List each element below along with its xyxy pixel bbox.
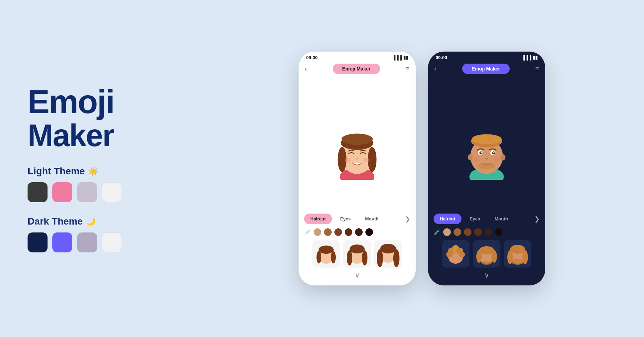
svg-point-33 — [481, 152, 482, 153]
tab-haircut-dark[interactable]: Haircut — [434, 214, 461, 224]
status-bar-dark: 09:00 ▐▐▐ ▮▮ — [428, 52, 545, 62]
svg-point-50 — [510, 245, 525, 254]
signal-icon-dark: ▐▐▐ — [522, 55, 531, 60]
tab-mouth-dark[interactable]: Mouth — [488, 214, 514, 224]
svg-point-34 — [493, 152, 495, 153]
light-theme-section: Light Theme ☀️ — [28, 166, 172, 202]
svg-point-9 — [363, 158, 370, 162]
chevron-down-light[interactable]: ∨ — [355, 271, 360, 279]
chevron-down-row-light: ∨ — [303, 271, 412, 281]
tab-eyes-light[interactable]: Eyes — [334, 214, 357, 224]
menu-button-dark[interactable]: ≡ — [535, 65, 539, 73]
dark-color-3 — [77, 232, 97, 252]
svg-point-27 — [468, 154, 473, 160]
tab-bar-light: Haircut Eyes Mouth ❯ — [303, 214, 412, 224]
svg-point-42 — [446, 251, 453, 258]
hair-color-1-light[interactable] — [314, 228, 321, 236]
haircut-option-1-light[interactable] — [312, 240, 340, 268]
top-nav-light: ‹ Emoji Maker ≡ — [299, 62, 416, 77]
time-dark: 09:00 — [436, 55, 447, 60]
battery-icon-dark: ▮▮ — [533, 55, 538, 60]
hair-color-4-dark[interactable] — [474, 228, 482, 236]
eyedropper-icon-light[interactable]: 💉 — [304, 229, 311, 236]
svg-point-11 — [319, 246, 334, 254]
dark-color-4 — [102, 232, 122, 252]
phone-dark: 09:00 ▐▐▐ ▮▮ ‹ Emoji Maker ≡ — [428, 52, 545, 285]
svg-point-16 — [347, 250, 352, 265]
avatar-svg-dark — [452, 111, 521, 180]
phones-area: 09:00 ▐▐▐ ▮▮ ‹ Emoji Maker ≡ — [200, 38, 644, 299]
avatar-svg-light — [323, 111, 392, 180]
top-nav-dark: ‹ Emoji Maker ≡ — [428, 62, 545, 77]
hair-color-5-dark[interactable] — [485, 228, 492, 236]
svg-point-13 — [331, 251, 336, 263]
haircut-option-3-dark[interactable] — [504, 240, 531, 268]
hair-color-1-dark[interactable] — [443, 228, 451, 236]
left-panel: Emoji Maker Light Theme ☀️ Dark Theme 🌙 — [0, 64, 200, 273]
bottom-panel-light: Haircut Eyes Mouth ❯ 💉 — [299, 214, 416, 285]
light-color-3 — [77, 182, 97, 202]
chevron-down-row-dark: ∨ — [432, 271, 541, 281]
hair-color-4-light[interactable] — [345, 228, 352, 236]
sun-icon: ☀️ — [88, 166, 98, 176]
haircut-option-2-dark[interactable] — [473, 240, 500, 268]
dark-theme-colors — [28, 232, 172, 252]
tab-eyes-dark[interactable]: Eyes — [464, 214, 486, 224]
phone-light: 09:00 ▐▐▐ ▮▮ ‹ Emoji Maker ≡ — [299, 52, 416, 285]
hair-color-6-dark[interactable] — [495, 228, 502, 236]
chevron-down-dark[interactable]: ∨ — [484, 271, 489, 279]
svg-point-46 — [476, 250, 482, 263]
hair-color-3-light[interactable] — [334, 228, 342, 236]
hair-color-5-light[interactable] — [355, 228, 363, 236]
dark-color-1 — [28, 232, 48, 252]
eyedropper-icon-dark[interactable]: 💉 — [434, 229, 440, 236]
dark-color-2 — [52, 232, 72, 252]
tab-bar-dark: Haircut Eyes Mouth ❯ — [432, 214, 541, 224]
svg-point-21 — [393, 249, 399, 267]
color-picker-dark: 💉 — [432, 228, 541, 237]
battery-icon-light: ▮▮ — [403, 55, 408, 60]
tab-chevron-light[interactable]: ❯ — [405, 215, 410, 223]
tab-mouth-light[interactable]: Mouth — [359, 214, 385, 224]
light-color-1 — [28, 182, 48, 202]
svg-point-36 — [474, 157, 480, 162]
menu-button-light[interactable]: ≡ — [406, 65, 409, 73]
title-line2: Maker — [28, 119, 172, 152]
dark-theme-section: Dark Theme 🌙 — [28, 216, 172, 252]
time-light: 09:00 — [306, 55, 318, 60]
svg-point-47 — [491, 250, 497, 263]
svg-point-28 — [500, 154, 506, 160]
back-button-dark[interactable]: ‹ — [434, 65, 436, 73]
status-icons-dark: ▐▐▐ ▮▮ — [522, 55, 538, 60]
light-color-2 — [52, 182, 72, 202]
hair-color-3-dark[interactable] — [464, 228, 471, 236]
app-title: Emoji Maker — [28, 85, 172, 152]
hair-color-6-light[interactable] — [365, 228, 373, 236]
hair-color-2-light[interactable] — [324, 228, 332, 236]
svg-point-43 — [459, 251, 465, 258]
svg-point-7 — [355, 157, 359, 159]
dark-theme-label: Dark Theme 🌙 — [28, 216, 172, 227]
svg-point-48 — [481, 261, 492, 265]
light-theme-label: Light Theme ☀️ — [28, 166, 172, 177]
svg-point-20 — [377, 249, 383, 267]
haircut-options-light — [303, 240, 412, 268]
svg-point-53 — [511, 259, 524, 265]
light-color-4 — [102, 182, 122, 202]
back-button-light[interactable]: ‹ — [305, 65, 307, 73]
status-bar-light: 09:00 ▐▐▐ ▮▮ — [299, 52, 416, 62]
hair-color-2-dark[interactable] — [454, 228, 461, 236]
haircut-option-2-light[interactable] — [343, 240, 371, 268]
haircut-option-1-dark[interactable] — [442, 240, 469, 268]
svg-point-6 — [342, 133, 373, 145]
svg-point-19 — [380, 244, 396, 253]
haircut-option-3-light[interactable] — [374, 240, 402, 268]
tab-chevron-dark[interactable]: ❯ — [534, 215, 540, 223]
title-line1: Emoji — [28, 85, 172, 119]
bottom-panel-dark: Haircut Eyes Mouth ❯ 💉 — [428, 214, 545, 285]
moon-icon: 🌙 — [86, 217, 95, 226]
svg-point-26 — [471, 134, 501, 144]
svg-point-17 — [362, 250, 367, 265]
svg-point-8 — [345, 158, 351, 162]
tab-haircut-light[interactable]: Haircut — [304, 214, 332, 224]
